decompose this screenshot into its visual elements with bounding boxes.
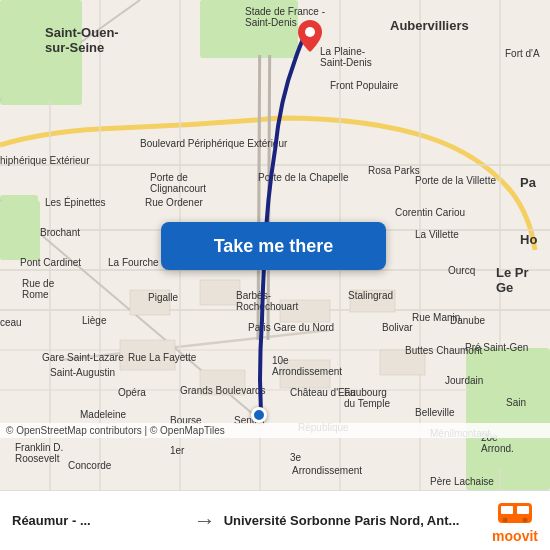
svg-point-37: [523, 517, 528, 522]
route-arrow: →: [194, 508, 216, 534]
svg-rect-29: [380, 350, 425, 375]
map-container: Saint-Ouen-sur-Seine Aubervilliers La Pl…: [0, 0, 550, 550]
svg-point-36: [503, 517, 508, 522]
destination-pin: [298, 20, 322, 56]
take-me-there-button[interactable]: Take me there: [161, 222, 386, 270]
svg-rect-25: [130, 290, 170, 315]
park-area-1: [0, 0, 80, 100]
svg-rect-24: [280, 360, 330, 388]
route-from-label: Réaumur - ...: [12, 513, 186, 528]
moovit-text: moovit: [492, 528, 538, 544]
svg-rect-22: [120, 340, 175, 370]
route-to-label: Université Sorbonne Paris Nord, Ant...: [224, 513, 484, 528]
route-from: Réaumur - ...: [12, 513, 186, 528]
svg-rect-28: [350, 290, 395, 312]
moovit-logo: moovit: [492, 498, 538, 544]
park-area-3: [468, 348, 550, 468]
svg-rect-27: [280, 300, 330, 322]
origin-pin: [251, 407, 267, 423]
map-attribution: © OpenStreetMap contributors | © OpenMap…: [0, 423, 550, 438]
map-area[interactable]: Saint-Ouen-sur-Seine Aubervilliers La Pl…: [0, 0, 550, 490]
svg-rect-34: [501, 506, 513, 514]
park-area-4: [0, 200, 40, 260]
park-area-2: [200, 0, 295, 55]
svg-rect-26: [200, 280, 240, 305]
svg-rect-23: [200, 370, 245, 395]
bottom-bar: Réaumur - ... → Université Sorbonne Pari…: [0, 490, 550, 550]
svg-rect-35: [517, 506, 529, 514]
route-to: Université Sorbonne Paris Nord, Ant...: [224, 513, 484, 528]
svg-point-32: [305, 27, 315, 37]
